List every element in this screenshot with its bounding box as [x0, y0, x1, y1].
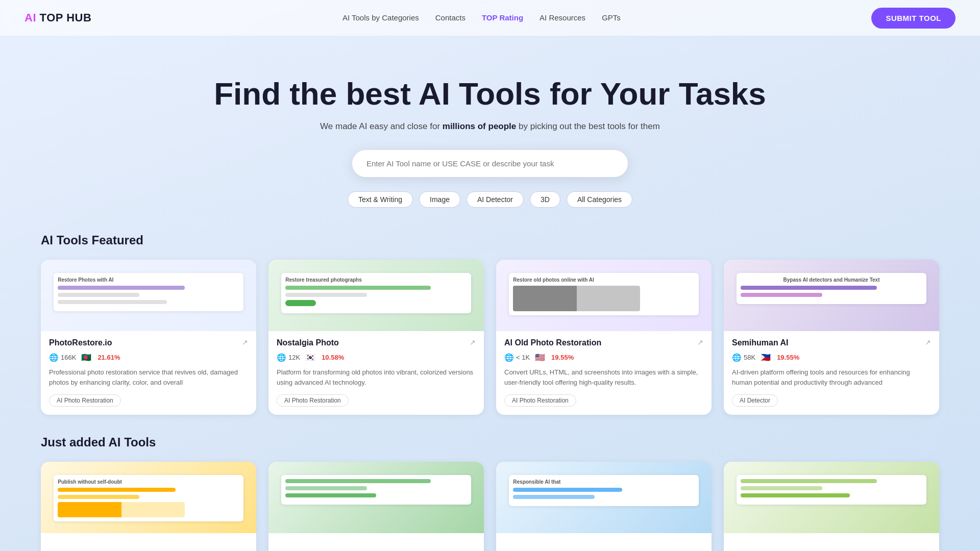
stat-visits-nostalgia: 12K: [288, 354, 300, 361]
thumb-mock-nostalgia: Restore treasured photographs: [281, 273, 471, 313]
just-added-thumb-3: Responsible AI that: [496, 462, 712, 533]
just-added-card-3[interactable]: Responsible AI that: [496, 462, 712, 551]
card-tag-semihuman[interactable]: AI Detector: [732, 394, 778, 407]
card-desc-semihuman: AI-driven platform offering tools and re…: [732, 367, 931, 387]
stat-globe-photorestore: 🌐 166K: [49, 353, 76, 362]
card-nostalgia[interactable]: Restore treasured photographs Nostalgia …: [268, 260, 484, 415]
featured-section-title: AI Tools Featured: [41, 233, 939, 247]
card-tag-nostalgia[interactable]: AI Photo Restoration: [277, 394, 349, 407]
subtitle-bold: millions of people: [443, 121, 517, 131]
card-name-photorestore: PhotoRestore.io: [49, 338, 112, 347]
just-added-body-3: [496, 533, 712, 551]
card-stats-photorestore: 🌐 166K 🇧🇩 21.61%: [49, 353, 248, 362]
logo-ai: AI: [24, 11, 36, 24]
just-added-thumb-4: [724, 462, 939, 533]
card-tag-aiold[interactable]: AI Photo Restoration: [504, 394, 576, 407]
external-link-icon-3[interactable]: ↗: [697, 338, 703, 346]
thumb-mock-new3: Responsible AI that: [509, 475, 698, 506]
nav-ai-tools[interactable]: AI Tools by Categories: [342, 13, 419, 22]
card-thumbnail-nostalgia: Restore treasured photographs: [268, 260, 484, 331]
just-added-card-1[interactable]: Publish without self-doubt: [41, 462, 256, 551]
thumb-box-new1: [58, 502, 185, 517]
submit-tool-button[interactable]: SUBMIT TOOL: [871, 8, 955, 29]
stat-visits-aiold: < 1K: [516, 354, 530, 361]
stat-globe-aiold: 🌐 < 1K: [504, 353, 530, 362]
search-input[interactable]: [352, 150, 628, 177]
thumb-img-box: [513, 286, 640, 311]
nav-links: AI Tools by Categories Contacts TOP Rati…: [342, 13, 621, 22]
card-stats-semihuman: 🌐 58K 🇵🇭 19.55%: [732, 353, 931, 362]
filter-tags: Text & Writing Image AI Detector 3D All …: [10, 191, 970, 208]
pct-semihuman: 19.55%: [777, 354, 799, 361]
navbar: AI TOP HUB AI Tools by Categories Contac…: [0, 0, 980, 36]
subtitle-start: We made AI easy and close for: [320, 121, 443, 131]
logo[interactable]: AI TOP HUB: [24, 11, 91, 24]
logo-hub: HUB: [63, 11, 92, 24]
globe-icon-4: 🌐: [732, 353, 742, 362]
nav-ai-resources[interactable]: AI Resources: [540, 13, 585, 22]
nav-contacts[interactable]: Contacts: [435, 13, 465, 22]
just-added-thumb-1: Publish without self-doubt: [41, 462, 256, 533]
card-body-aiold: AI Old Photo Restoration ↗ 🌐 < 1K 🇺🇸 19.…: [496, 331, 712, 415]
card-photorestore[interactable]: Restore Photos with AI PhotoRestore.io ↗…: [41, 260, 256, 415]
card-desc-nostalgia: Platform for transforming old photos int…: [277, 367, 476, 387]
just-added-body-2: [268, 533, 484, 551]
just-added-thumb-2: [268, 462, 484, 533]
thumb-mock-semihuman: Bypass AI detectors and Humanize Text: [737, 273, 926, 304]
stat-visits-photorestore: 166K: [61, 354, 76, 361]
search-container: [352, 150, 628, 177]
flag-semihuman: 🇵🇭: [761, 353, 771, 362]
nav-top-rating[interactable]: TOP Rating: [482, 13, 523, 22]
thumb-mock-aiold: Restore old photos online with AI: [509, 273, 698, 315]
filter-all-categories[interactable]: All Categories: [567, 191, 632, 208]
flag-nostalgia: 🇰🇷: [305, 353, 315, 362]
card-thumbnail-photorestore: Restore Photos with AI: [41, 260, 256, 331]
stat-visits-semihuman: 58K: [744, 354, 755, 361]
filter-image[interactable]: Image: [419, 191, 460, 208]
card-thumbnail-semihuman: Bypass AI detectors and Humanize Text: [724, 260, 939, 331]
external-link-icon-2[interactable]: ↗: [470, 338, 476, 346]
filter-text-writing[interactable]: Text & Writing: [348, 191, 413, 208]
nav-gpts[interactable]: GPTs: [602, 13, 621, 22]
stat-globe-semihuman: 🌐 58K: [732, 353, 755, 362]
card-tag-photorestore[interactable]: AI Photo Restoration: [49, 394, 121, 407]
card-desc-photorestore: Professional photo restoration service t…: [49, 367, 248, 387]
external-link-icon[interactable]: ↗: [242, 338, 248, 346]
subtitle-end: by picking out the best tools for them: [516, 121, 660, 131]
filter-3d[interactable]: 3D: [530, 191, 560, 208]
filter-ai-detector[interactable]: AI Detector: [467, 191, 524, 208]
logo-top: TOP: [36, 11, 63, 24]
just-added-card-4[interactable]: [724, 462, 939, 551]
just-added-body-1: [41, 533, 256, 551]
external-link-icon-4[interactable]: ↗: [925, 338, 931, 346]
thumb-mock-new1: Publish without self-doubt: [54, 475, 243, 521]
card-name-nostalgia: Nostalgia Photo: [277, 338, 339, 347]
hero-subtitle: We made AI easy and close for millions o…: [10, 121, 970, 132]
flag-aiold: 🇺🇸: [535, 353, 545, 362]
card-desc-aiold: Convert URLs, HTML, and screenshots into…: [504, 367, 703, 387]
thumb-mock-new4: [737, 475, 926, 505]
pct-nostalgia: 10.58%: [322, 354, 344, 361]
stat-globe-nostalgia: 🌐 12K: [277, 353, 300, 362]
just-added-card-2[interactable]: [268, 462, 484, 551]
globe-icon-3: 🌐: [504, 353, 514, 362]
just-added-title: Just added AI Tools: [41, 435, 939, 449]
flag-photorestore: 🇧🇩: [81, 353, 91, 362]
featured-section: AI Tools Featured Restore Photos with AI…: [0, 233, 980, 435]
globe-icon-2: 🌐: [277, 353, 286, 362]
card-stats-nostalgia: 🌐 12K 🇰🇷 10.58%: [277, 353, 476, 362]
featured-cards-grid: Restore Photos with AI PhotoRestore.io ↗…: [41, 260, 939, 415]
hero-title: Find the best AI Tools for Your Tasks: [10, 77, 970, 111]
pct-aiold: 19.55%: [551, 354, 574, 361]
just-added-section: Just added AI Tools Publish without self…: [0, 435, 980, 551]
thumb-mock-new2: [281, 475, 471, 505]
card-stats-aiold: 🌐 < 1K 🇺🇸 19.55%: [504, 353, 703, 362]
card-name-aiold: AI Old Photo Restoration: [504, 338, 601, 347]
card-name-semihuman: Semihuman AI: [732, 338, 789, 347]
card-ai-old-photo[interactable]: Restore old photos online with AI AI Old…: [496, 260, 712, 415]
hero-section: Find the best AI Tools for Your Tasks We…: [0, 36, 980, 233]
card-body-semihuman: Semihuman AI ↗ 🌐 58K 🇵🇭 19.55% AI-driven…: [724, 331, 939, 415]
globe-icon: 🌐: [49, 353, 59, 362]
card-semihuman[interactable]: Bypass AI detectors and Humanize Text Se…: [724, 260, 939, 415]
just-added-body-4: [724, 533, 939, 551]
